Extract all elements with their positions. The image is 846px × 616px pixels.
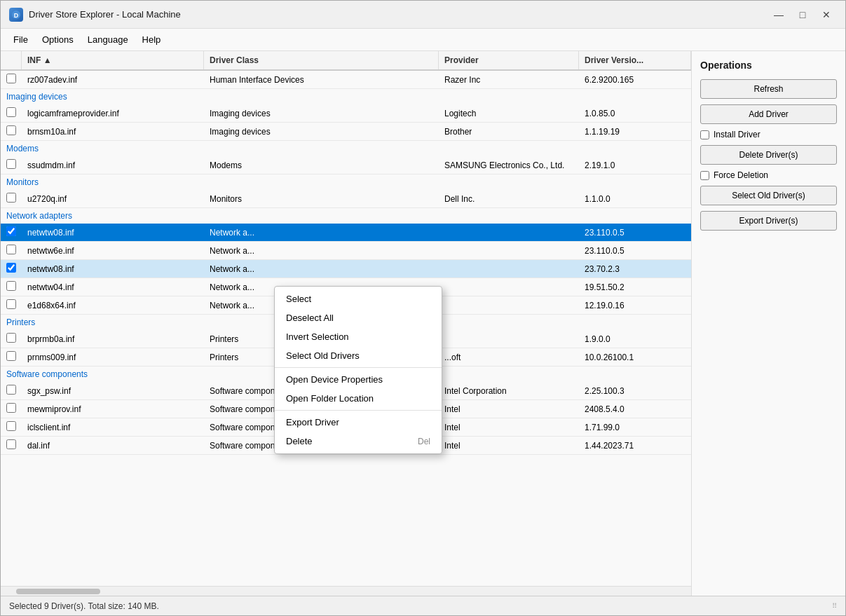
row-checkbox[interactable] bbox=[6, 385, 16, 395]
table-row[interactable]: netwtw6e.inf Network a... 23.110.0.5 bbox=[1, 242, 691, 260]
install-driver-row: Install Driver bbox=[700, 130, 837, 139]
install-driver-label: Install Driver bbox=[714, 130, 760, 139]
context-menu: Select Deselect All Invert Selection Sel… bbox=[274, 286, 442, 454]
operations-panel: Operations Refresh Add Driver Install Dr… bbox=[691, 51, 845, 596]
menu-language[interactable]: Language bbox=[81, 32, 135, 48]
col-provider[interactable]: Provider bbox=[439, 51, 579, 69]
menu-help[interactable]: Help bbox=[135, 32, 168, 48]
force-deletion-row: Force Deletion bbox=[700, 170, 837, 180]
row-check[interactable] bbox=[1, 71, 22, 88]
table-row[interactable]: netwtw08.inf Network a... 23.110.0.5 bbox=[1, 224, 691, 242]
export-drivers-button[interactable]: Export Driver(s) bbox=[700, 211, 837, 231]
resize-grip: ⠿ bbox=[832, 602, 837, 610]
ctx-device-props-label: Open Device Properties bbox=[286, 374, 383, 385]
row-checkbox[interactable] bbox=[6, 245, 16, 254]
ctx-delete-label: Delete bbox=[286, 436, 313, 446]
svg-text:D: D bbox=[14, 12, 19, 19]
force-deletion-checkbox[interactable] bbox=[700, 171, 709, 180]
ctx-divider-1 bbox=[275, 367, 442, 368]
close-button[interactable]: ✕ bbox=[816, 6, 837, 23]
row-provider: Razer Inc bbox=[439, 73, 579, 87]
ctx-select[interactable]: Select bbox=[275, 289, 442, 308]
table-row[interactable]: logicamframeprovider.inf Imaging devices… bbox=[1, 104, 691, 123]
category-modems: Modems bbox=[1, 141, 691, 156]
ctx-invert-selection[interactable]: Invert Selection bbox=[275, 327, 442, 346]
minimize-button[interactable]: — bbox=[768, 6, 789, 23]
row-checkbox[interactable] bbox=[6, 193, 16, 203]
ctx-select-old-drivers[interactable]: Select Old Drivers bbox=[275, 346, 442, 365]
menu-options[interactable]: Options bbox=[35, 32, 81, 48]
col-version[interactable]: Driver Versio... bbox=[579, 51, 691, 69]
refresh-button[interactable]: Refresh bbox=[700, 79, 837, 99]
row-checkbox[interactable] bbox=[6, 226, 16, 236]
category-imaging: Imaging devices bbox=[1, 89, 691, 104]
row-checkbox[interactable] bbox=[6, 125, 16, 135]
ctx-deselect-label: Deselect All bbox=[286, 313, 334, 323]
delete-drivers-button[interactable]: Delete Driver(s) bbox=[700, 145, 837, 165]
status-text: Selected 9 Driver(s). Total size: 140 MB… bbox=[9, 601, 159, 611]
row-checkbox[interactable] bbox=[6, 107, 16, 117]
ctx-invert-label: Invert Selection bbox=[286, 331, 349, 342]
ctx-old-label: Select Old Drivers bbox=[286, 350, 360, 361]
ctx-open-device-props[interactable]: Open Device Properties bbox=[275, 370, 442, 389]
scroll-thumb[interactable] bbox=[16, 589, 100, 594]
menu-bar: File Options Language Help bbox=[1, 29, 845, 51]
ctx-delete[interactable]: Delete Del bbox=[275, 432, 442, 451]
window-controls: — □ ✕ bbox=[768, 6, 837, 23]
add-driver-button[interactable]: Add Driver bbox=[700, 104, 837, 124]
row-checkbox[interactable] bbox=[6, 351, 16, 361]
maximize-button[interactable]: □ bbox=[792, 6, 813, 23]
row-checkbox[interactable] bbox=[6, 299, 16, 309]
col-class[interactable]: Driver Class bbox=[204, 51, 439, 69]
window-title: Driver Store Explorer - Local Machine bbox=[29, 9, 768, 20]
table-row[interactable]: netwtw08.inf Network a... 23.70.2.3 bbox=[1, 260, 691, 278]
ctx-select-label: Select bbox=[286, 294, 311, 304]
row-checkbox[interactable] bbox=[6, 333, 16, 343]
table-row[interactable]: ssudmdm.inf Modems SAMSUNG Electronics C… bbox=[1, 156, 691, 174]
row-inf: rz007adev.inf bbox=[22, 73, 204, 87]
ctx-folder-label: Open Folder Location bbox=[286, 393, 374, 404]
table-area: INF ▲ Driver Class Provider Driver Versi… bbox=[1, 51, 691, 596]
row-checkbox[interactable] bbox=[6, 281, 16, 291]
category-monitors: Monitors bbox=[1, 174, 691, 190]
main-window: D Driver Store Explorer - Local Machine … bbox=[0, 0, 846, 616]
row-checkbox[interactable] bbox=[6, 403, 16, 413]
menu-file[interactable]: File bbox=[6, 32, 35, 48]
main-content: INF ▲ Driver Class Provider Driver Versi… bbox=[1, 51, 845, 596]
table-row[interactable]: brnsm10a.inf Imaging devices Brother 1.1… bbox=[1, 123, 691, 141]
ctx-open-folder[interactable]: Open Folder Location bbox=[275, 389, 442, 408]
ctx-export-driver[interactable]: Export Driver bbox=[275, 413, 442, 432]
row-version: 6.2.9200.165 bbox=[579, 73, 691, 87]
ctx-divider-2 bbox=[275, 410, 442, 411]
row-checkbox[interactable] bbox=[6, 263, 16, 273]
status-bar: Selected 9 Driver(s). Total size: 140 MB… bbox=[1, 596, 845, 615]
row-checkbox[interactable] bbox=[6, 421, 16, 431]
row-checkbox[interactable] bbox=[6, 74, 16, 83]
horizontal-scrollbar[interactable] bbox=[1, 586, 691, 596]
title-bar: D Driver Store Explorer - Local Machine … bbox=[1, 1, 845, 29]
category-network: Network adapters bbox=[1, 208, 691, 224]
ctx-export-label: Export Driver bbox=[286, 417, 339, 427]
table-row[interactable]: u2720q.inf Monitors Dell Inc. 1.1.0.0 bbox=[1, 190, 691, 208]
row-checkbox[interactable] bbox=[6, 439, 16, 449]
col-check bbox=[1, 51, 22, 69]
row-checkbox[interactable] bbox=[6, 159, 16, 169]
ctx-delete-shortcut: Del bbox=[418, 437, 430, 446]
ctx-deselect-all[interactable]: Deselect All bbox=[275, 308, 442, 327]
force-deletion-label: Force Deletion bbox=[714, 170, 768, 180]
install-driver-checkbox[interactable] bbox=[700, 130, 709, 139]
table-row[interactable]: rz007adev.inf Human Interface Devices Ra… bbox=[1, 71, 691, 89]
table-header: INF ▲ Driver Class Provider Driver Versi… bbox=[1, 51, 691, 71]
app-icon: D bbox=[9, 8, 23, 22]
select-old-drivers-button[interactable]: Select Old Driver(s) bbox=[700, 186, 837, 205]
col-inf[interactable]: INF ▲ bbox=[22, 51, 204, 69]
operations-title: Operations bbox=[700, 60, 837, 71]
row-class: Human Interface Devices bbox=[204, 73, 439, 87]
